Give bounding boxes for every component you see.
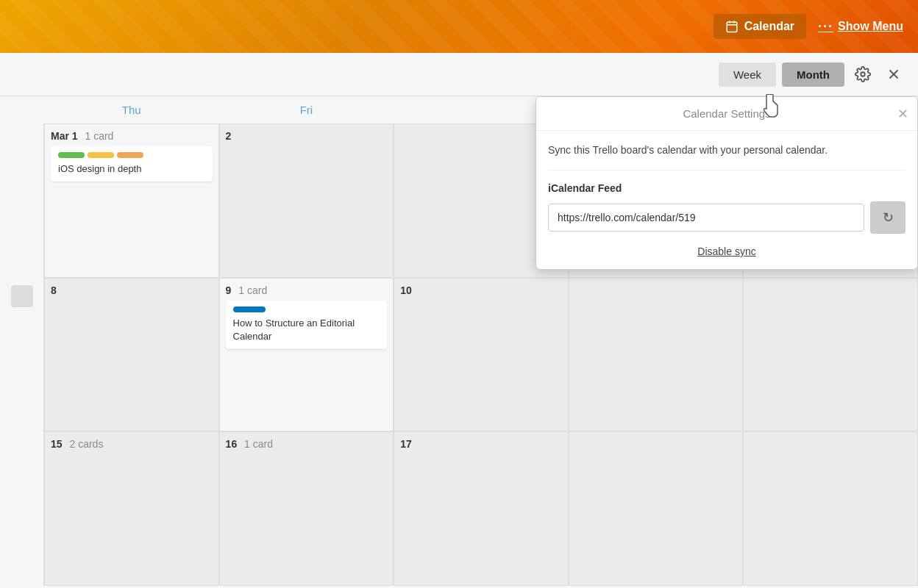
feed-row: ↺ [548, 201, 905, 234]
cell-2[interactable]: 2 [219, 123, 394, 278]
calendar-icon [725, 20, 739, 33]
cell-12[interactable] [743, 278, 918, 432]
card-title-ios: iOS design in depth [58, 162, 205, 176]
cell-10[interactable]: 10 [394, 278, 569, 432]
week-3-label [0, 431, 44, 586]
cell-date-mar1: Mar 1 1 card [51, 130, 213, 142]
settings-description: Sync this Trello board's calendar with y… [548, 143, 905, 158]
cell-date-17: 17 [400, 438, 562, 450]
view-toolbar: Week Month [0, 53, 918, 96]
week-1-label [0, 123, 44, 278]
settings-button[interactable] [850, 62, 875, 87]
label-green [58, 152, 85, 158]
cell-8[interactable]: 8 [44, 278, 219, 432]
dots-icon: ··· [818, 19, 833, 35]
cell-11[interactable] [569, 278, 744, 432]
calendar-container: Thu Fri Mar 1 1 card [0, 96, 918, 588]
settings-body: Sync this Trello board's calendar with y… [536, 131, 917, 269]
icalendar-label: iCalendar Feed [548, 182, 905, 194]
cell-mar-1[interactable]: Mar 1 1 card iOS design in depth [44, 123, 219, 278]
cell-date-9: 9 1 card [226, 284, 388, 296]
app-header: Calendar ··· Show Menu [0, 0, 918, 53]
settings-divider [548, 170, 905, 171]
cell-date-16: 16 1 card [226, 438, 388, 450]
feed-url-input[interactable] [548, 204, 864, 232]
day-header-thu: Thu [44, 96, 219, 123]
card-title-editorial: How to Structure an Editorial Calendar [233, 317, 380, 343]
svg-rect-0 [727, 22, 737, 32]
close-button[interactable] [881, 62, 906, 87]
show-menu-button[interactable]: ··· Show Menu [818, 19, 903, 35]
cell-17[interactable]: 17 [394, 431, 569, 586]
disable-sync-link[interactable]: Disable sync [548, 245, 905, 257]
gear-icon [855, 66, 871, 82]
label-blue [233, 306, 266, 312]
week-2-label [0, 278, 44, 432]
card-editorial[interactable]: How to Structure an Editorial Calendar [226, 301, 388, 349]
refresh-icon: ↺ [883, 209, 894, 226]
header-spacer [0, 96, 44, 123]
week2-placeholder [11, 285, 33, 307]
settings-title: Calendar Settings [683, 107, 770, 120]
calendar-button[interactable]: Calendar [714, 14, 806, 39]
label-orange [117, 152, 143, 158]
week-view-button[interactable]: Week [719, 62, 776, 87]
cell-9[interactable]: 9 1 card How to Structure an Editorial C… [219, 278, 394, 432]
label-yellow [88, 152, 114, 158]
cell-19[interactable] [743, 431, 918, 586]
cell-date-10: 10 [400, 284, 562, 296]
close-icon [886, 66, 902, 82]
settings-header: Calendar Settings ✕ [536, 97, 917, 131]
svg-point-4 [861, 72, 865, 76]
cell-date-8: 8 [51, 284, 213, 296]
calendar-settings-popup: Calendar Settings ✕ Sync this Trello boa… [536, 96, 918, 270]
card-ios-design[interactable]: iOS design in depth [51, 146, 213, 182]
cell-18[interactable] [569, 431, 744, 586]
cell-date-15: 15 2 cards [51, 438, 213, 450]
refresh-feed-button[interactable]: ↺ [870, 201, 905, 234]
card-labels [58, 152, 205, 158]
cell-15[interactable]: 15 2 cards [44, 431, 219, 586]
month-view-button[interactable]: Month [782, 62, 844, 87]
card-labels-editorial [233, 306, 380, 312]
day-header-fri: Fri [219, 96, 394, 123]
settings-close-button[interactable]: ✕ [897, 107, 908, 121]
cell-16[interactable]: 16 1 card [219, 431, 394, 586]
main-area: Week Month Thu Fri [0, 53, 918, 588]
cell-date-2: 2 [226, 130, 388, 142]
